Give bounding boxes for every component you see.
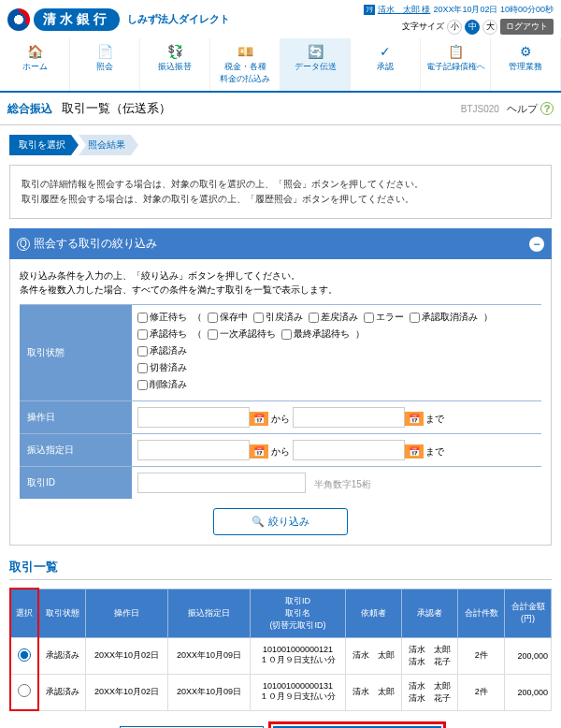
filter-label-id: 取引ID [20, 467, 132, 499]
cell-apr: 清水 太郎 清水 花子 [402, 674, 458, 710]
opdate-to-input[interactable] [293, 407, 405, 428]
calendar-icon[interactable]: 📅 [250, 412, 268, 426]
table-row: 承認済み20XX年10月02日20XX年10月09日10100100000013… [10, 674, 552, 710]
row-radio[interactable] [18, 648, 31, 662]
nav-icon: 💱 [142, 44, 208, 59]
row-radio[interactable] [18, 684, 31, 697]
cell-cnt: 2件 [458, 674, 505, 710]
main-nav: 🏠ホーム📄照会💱振込振替💴税金・各種料金の払込み🔄データ伝送✓承認📋電子記録債権… [0, 38, 561, 93]
cell-amt: 200,000 [505, 674, 552, 710]
filter-label-status: 取引状態 [20, 305, 132, 400]
specdate-from-input[interactable] [137, 440, 250, 460]
col-status: 取引状態 [38, 589, 85, 637]
cell-spec: 20XX年10月09日 [168, 674, 251, 710]
cell-amt: 200,000 [505, 637, 552, 674]
table-row: 承認済み20XX年10月02日20XX年10月09日10100100000012… [10, 637, 552, 674]
font-size-medium[interactable]: 中 [465, 20, 480, 35]
transaction-table: 選択 取引状態 操作日 振込指定日 取引ID 取引名 (切替元取引ID) 依頼者… [9, 588, 552, 711]
col-req: 依頼者 [345, 589, 401, 637]
opdate-from-input[interactable] [137, 407, 250, 428]
cell-status: 承認済み [38, 637, 85, 674]
cell-id: 101001000000131 １０月９日支払い分 [251, 674, 346, 710]
checkbox-status[interactable]: 承認待ち [137, 328, 187, 341]
col-spec: 振込指定日 [168, 589, 251, 637]
intro-line-1: 取引の詳細情報を照会する場合は、対象の取引を選択の上、「照会」ボタンを押してくだ… [22, 177, 539, 192]
nav-item-5[interactable]: ✓承認 [351, 38, 421, 91]
checkbox-deleted[interactable]: 削除済み [137, 378, 187, 391]
cell-req: 清水 太郎 [345, 674, 401, 710]
checkbox-status[interactable]: 修正待ち [137, 311, 187, 324]
cell-req: 清水 太郎 [345, 637, 401, 674]
id-hint: 半角数字15桁 [314, 479, 371, 489]
font-size-small[interactable]: 小 [447, 20, 462, 35]
col-apr: 承認者 [402, 589, 458, 637]
cell-op: 20XX年10月02日 [85, 674, 167, 710]
page-title: 取引一覧（伝送系） [62, 100, 171, 117]
logout-button[interactable]: ログアウト [500, 19, 554, 35]
font-size-large[interactable]: 大 [482, 20, 497, 35]
checkbox-approved[interactable]: 承認済み [137, 344, 187, 357]
nav-icon: 💴 [212, 44, 278, 59]
nav-icon: 🔄 [282, 44, 348, 59]
nav-icon: ✓ [352, 44, 418, 59]
col-op: 操作日 [85, 589, 167, 637]
nav-item-7[interactable]: ⚙管理業務 [491, 38, 561, 91]
service-subtitle: しみず法人ダイレクト [127, 12, 230, 26]
bank-name: 清水銀行 [34, 8, 120, 31]
page-category: 総合振込 [7, 101, 52, 117]
help-link[interactable]: ヘルプ ? [507, 102, 554, 116]
nav-icon: 📄 [72, 44, 137, 59]
list-title: 取引一覧 [9, 559, 552, 580]
page-id: BTJS020 [461, 104, 499, 114]
checkbox-switched[interactable]: 切替済み [137, 361, 187, 374]
current-datetime: 20XX年10月02日 10時00分00秒 [433, 4, 554, 16]
nav-icon: 📋 [423, 44, 488, 59]
bank-logo-icon [7, 8, 30, 31]
specdate-to-input[interactable] [293, 440, 405, 460]
filter-desc: 絞り込み条件を入力の上、「絞り込み」ボタンを押してください。条件を複数入力した場… [20, 269, 541, 297]
checkbox-status[interactable]: 一次承認待ち [208, 328, 276, 341]
cell-status: 承認済み [38, 674, 85, 710]
nav-item-2[interactable]: 💱振込振替 [140, 38, 210, 91]
collapse-icon[interactable]: − [529, 237, 544, 252]
nav-item-0[interactable]: 🏠ホーム [0, 38, 70, 91]
cell-id: 101001000000121 １０月９日支払い分 [251, 637, 346, 674]
col-select: 選択 [10, 589, 38, 637]
transaction-id-input[interactable] [137, 473, 306, 493]
nav-item-4[interactable]: 🔄データ伝送 [280, 38, 351, 91]
filter-label-opdate: 操作日 [20, 401, 132, 433]
nav-item-3[interactable]: 💴税金・各種料金の払込み [210, 38, 280, 91]
calendar-icon[interactable]: 📅 [405, 444, 424, 459]
checkbox-status[interactable]: 引戻済み [253, 311, 303, 324]
col-amt: 合計金額 (円) [505, 589, 552, 637]
cell-apr: 清水 太郎 清水 花子 [402, 637, 458, 674]
user-name-link[interactable]: 清水 太郎 様 [378, 4, 431, 16]
filter-panel-header[interactable]: Q照会する取引の絞り込み − [9, 228, 552, 259]
cell-op: 20XX年10月02日 [85, 637, 167, 674]
col-cnt: 合計件数 [458, 589, 505, 637]
step-result: 照会結果 [79, 135, 138, 155]
nav-item-6[interactable]: 📋電子記録債権へ [421, 38, 491, 91]
calendar-icon[interactable]: 📅 [250, 444, 268, 459]
cell-spec: 20XX年10月09日 [168, 637, 251, 674]
checkbox-status[interactable]: 保存中 [208, 311, 248, 324]
nav-icon: ⚙ [493, 44, 558, 59]
calendar-icon[interactable]: 📅 [405, 412, 424, 426]
checkbox-status[interactable]: 最終承認待ち [281, 328, 350, 341]
help-icon: ? [540, 102, 554, 115]
user-badge: ﾌﾘ [364, 5, 375, 15]
filter-button[interactable]: 🔍 絞り込み [213, 508, 347, 535]
intro-line-2: 取引履歴を照会する場合は、対象の取引を選択の上、「履歴照会」ボタンを押してくださ… [22, 192, 539, 207]
filter-label-specdate: 振込指定日 [20, 434, 132, 466]
cell-cnt: 2件 [458, 637, 505, 674]
intro-box: 取引の詳細情報を照会する場合は、対象の取引を選択の上、「照会」ボタンを押してくだ… [9, 165, 552, 219]
checkbox-status[interactable]: 差戻済み [309, 311, 358, 324]
search-icon: Q [17, 238, 30, 251]
font-size-label: 文字サイズ [402, 21, 444, 33]
step-select: 取引を選択 [9, 135, 79, 155]
col-id: 取引ID 取引名 (切替元取引ID) [251, 589, 346, 637]
checkbox-status[interactable]: 承認取消済み [410, 311, 478, 324]
nav-icon: 🏠 [2, 44, 67, 59]
nav-item-1[interactable]: 📄照会 [70, 38, 140, 91]
checkbox-status[interactable]: エラー [364, 311, 404, 324]
